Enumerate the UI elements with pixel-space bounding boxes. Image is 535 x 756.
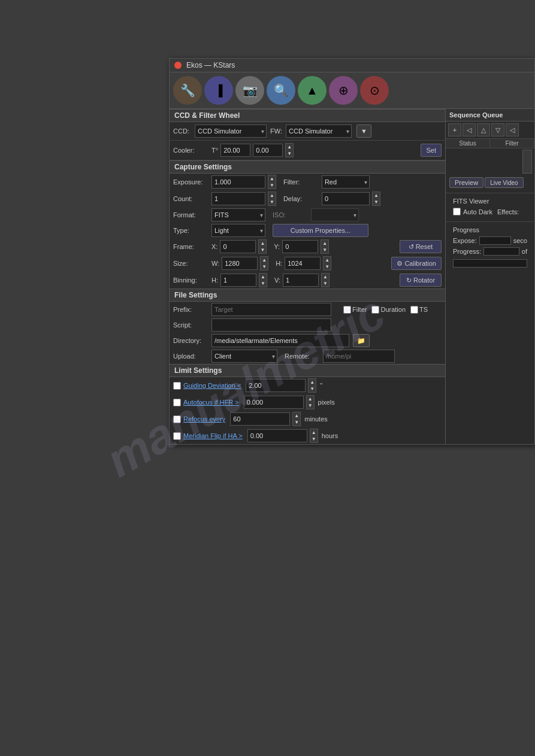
- guiding-checkbox[interactable]: [173, 382, 181, 390]
- guiding-spinner[interactable]: ▲ ▼: [308, 378, 316, 393]
- guide-toolbar-btn[interactable]: ⊕: [329, 76, 358, 105]
- y-spinner[interactable]: ▲ ▼: [321, 239, 329, 254]
- fw-filter-btn[interactable]: ▼: [356, 125, 371, 138]
- exposure-down[interactable]: ▼: [268, 182, 276, 189]
- refocus-spinner[interactable]: ▲ ▼: [292, 412, 301, 426]
- bh-input[interactable]: [220, 274, 256, 287]
- meridian-input[interactable]: [247, 429, 307, 442]
- cooler-up[interactable]: ▲: [286, 144, 293, 150]
- auto-dark-checkbox[interactable]: [453, 208, 461, 215]
- count-input[interactable]: [211, 192, 265, 205]
- focus-toolbar-btn[interactable]: 🔍: [267, 76, 295, 105]
- h-spinner[interactable]: ▲ ▼: [323, 256, 331, 271]
- script-input[interactable]: [211, 318, 331, 332]
- x-spinner[interactable]: ▲ ▼: [258, 239, 267, 254]
- autofocus-input[interactable]: [244, 396, 304, 409]
- meridian-down[interactable]: ▼: [310, 436, 318, 442]
- meridian-checkbox[interactable]: [173, 432, 181, 440]
- bh-down[interactable]: ▼: [259, 280, 267, 287]
- settings-toolbar-btn[interactable]: 🔧: [173, 76, 202, 105]
- type-select[interactable]: Light: [211, 224, 265, 237]
- delay-input[interactable]: [322, 192, 370, 205]
- autofocus-spinner[interactable]: ▲ ▼: [306, 395, 315, 409]
- refocus-up[interactable]: ▲: [293, 412, 300, 419]
- reset-btn[interactable]: ↺ Reset: [400, 240, 442, 253]
- w-spinner[interactable]: ▲ ▼: [260, 256, 268, 271]
- calibration-btn[interactable]: ⚙ Calibration: [391, 257, 442, 270]
- ts-checkbox-label[interactable]: TS: [410, 306, 428, 314]
- y-down[interactable]: ▼: [321, 247, 328, 253]
- directory-input[interactable]: [211, 334, 349, 347]
- iso-select[interactable]: [311, 208, 359, 221]
- duration-checkbox[interactable]: [371, 306, 379, 314]
- remote-input[interactable]: [323, 350, 395, 363]
- scroll-indicator[interactable]: [522, 150, 532, 174]
- refocus-down[interactable]: ▼: [293, 419, 300, 426]
- x-down[interactable]: ▼: [259, 247, 266, 253]
- y-input[interactable]: [282, 240, 318, 253]
- refocus-checkbox[interactable]: [173, 415, 181, 423]
- fw-select[interactable]: CCD Simulator: [286, 125, 352, 138]
- autofocus-up[interactable]: ▲: [307, 396, 314, 402]
- bv-down[interactable]: ▼: [322, 280, 329, 287]
- cooler-set-btn[interactable]: Set: [421, 144, 442, 157]
- cooler-cur-input[interactable]: [253, 144, 283, 157]
- cooler-down[interactable]: ▼: [286, 150, 293, 157]
- bh-up[interactable]: ▲: [259, 274, 267, 280]
- w-input[interactable]: [222, 257, 258, 270]
- seq-add-btn[interactable]: +: [448, 123, 461, 136]
- w-down[interactable]: ▼: [261, 263, 268, 270]
- prefix-input[interactable]: [211, 303, 331, 316]
- upload-select[interactable]: Client: [211, 350, 277, 363]
- filter-select[interactable]: Red: [322, 175, 370, 189]
- guiding-input[interactable]: [246, 379, 306, 392]
- duration-checkbox-label[interactable]: Duration: [371, 306, 406, 314]
- filter-checkbox-label[interactable]: Filter: [343, 306, 367, 314]
- format-select[interactable]: FITS: [211, 208, 265, 221]
- x-input[interactable]: [220, 240, 256, 253]
- directory-browse-btn[interactable]: 📁: [353, 334, 370, 347]
- custom-props-btn[interactable]: Custom Properties...: [273, 224, 368, 237]
- ccd-select[interactable]: CCD Simulator: [195, 125, 267, 138]
- guiding-down[interactable]: ▼: [309, 385, 316, 392]
- filter-checkbox[interactable]: [343, 306, 351, 314]
- count-up[interactable]: ▲: [268, 192, 276, 199]
- seq-back-btn[interactable]: ◁: [463, 123, 476, 136]
- meridian-up[interactable]: ▲: [310, 429, 318, 436]
- delay-up[interactable]: ▲: [373, 192, 380, 199]
- align-toolbar-btn[interactable]: ▲: [298, 76, 327, 105]
- bv-up[interactable]: ▲: [322, 274, 329, 280]
- autofocus-down[interactable]: ▼: [307, 402, 314, 409]
- delay-down[interactable]: ▼: [373, 199, 380, 205]
- h-input[interactable]: [285, 257, 321, 270]
- bh-spinner[interactable]: ▲ ▼: [259, 273, 267, 287]
- cooler-set-input[interactable]: [220, 144, 250, 157]
- capture-toolbar-btn[interactable]: 📷: [235, 76, 264, 105]
- exposure-spinner[interactable]: ▲ ▼: [268, 175, 276, 189]
- preview-btn[interactable]: Preview: [449, 177, 483, 188]
- count-spinner[interactable]: ▲ ▼: [268, 192, 276, 206]
- bv-input[interactable]: [283, 274, 319, 287]
- exposure-up[interactable]: ▲: [268, 175, 276, 182]
- live-video-btn[interactable]: Live Video: [485, 177, 524, 188]
- h-up[interactable]: ▲: [324, 257, 331, 263]
- scheduler-toolbar-btn[interactable]: ⊙: [360, 76, 389, 105]
- count-down[interactable]: ▼: [268, 199, 276, 205]
- rotator-btn[interactable]: ↻ Rotator: [400, 274, 442, 287]
- w-up[interactable]: ▲: [261, 257, 268, 263]
- seq-remove-btn[interactable]: ◁: [506, 123, 519, 136]
- seq-down-btn[interactable]: ▽: [491, 123, 504, 136]
- seq-up-btn[interactable]: △: [477, 123, 490, 136]
- meridian-spinner[interactable]: ▲ ▼: [310, 429, 318, 443]
- h-down[interactable]: ▼: [324, 263, 331, 270]
- ts-checkbox[interactable]: [410, 306, 418, 314]
- bv-spinner[interactable]: ▲ ▼: [321, 273, 330, 287]
- exposure-input[interactable]: [211, 175, 265, 189]
- guiding-up[interactable]: ▲: [309, 379, 316, 385]
- autofocus-checkbox[interactable]: [173, 399, 181, 406]
- x-up[interactable]: ▲: [259, 240, 266, 247]
- close-dot[interactable]: [174, 62, 182, 69]
- delay-spinner[interactable]: ▲ ▼: [372, 192, 380, 206]
- panel-toolbar-btn[interactable]: ▐: [204, 76, 233, 105]
- y-up[interactable]: ▲: [321, 240, 328, 247]
